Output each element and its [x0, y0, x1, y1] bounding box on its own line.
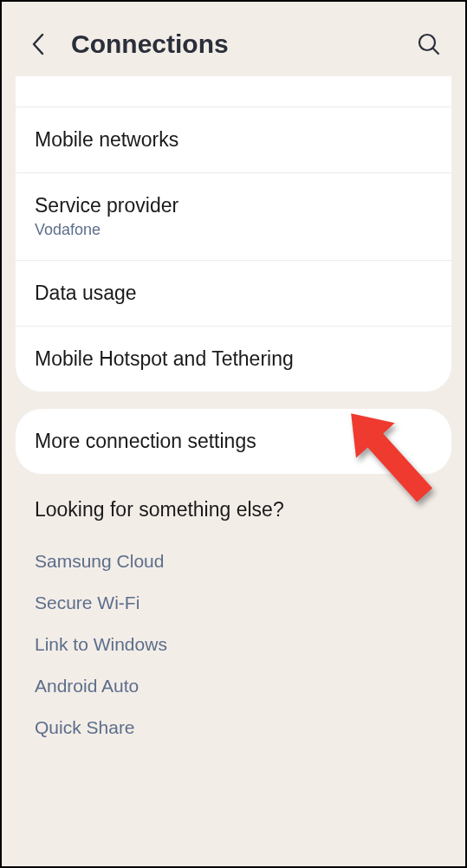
link-secure-wifi[interactable]: Secure Wi-Fi	[35, 582, 432, 624]
suggestions-section: Looking for something else? Samsung Clou…	[16, 474, 451, 757]
row-service-provider[interactable]: Service provider Vodafone	[16, 173, 451, 261]
row-title: Mobile networks	[35, 128, 432, 152]
page-title: Connections	[71, 29, 415, 59]
connections-list-card: Mobile networks Service provider Vodafon…	[16, 76, 451, 392]
chevron-left-icon	[30, 32, 46, 56]
search-button[interactable]	[415, 30, 443, 58]
link-link-to-windows[interactable]: Link to Windows	[35, 624, 432, 665]
link-quick-share[interactable]: Quick Share	[35, 707, 432, 748]
more-settings-card: More connection settings	[16, 409, 451, 474]
search-icon	[417, 32, 441, 56]
header: Connections	[2, 2, 465, 76]
spacer	[2, 392, 465, 409]
row-title: Mobile Hotspot and Tethering	[35, 347, 432, 371]
row-subtitle: Vodafone	[35, 221, 432, 239]
row-data-usage[interactable]: Data usage	[16, 261, 451, 327]
list-cutoff	[16, 76, 451, 107]
link-android-auto[interactable]: Android Auto	[35, 665, 432, 707]
svg-line-1	[433, 49, 438, 54]
row-title: More connection settings	[35, 430, 432, 453]
row-mobile-networks[interactable]: Mobile networks	[16, 107, 451, 173]
row-title: Service provider	[35, 194, 432, 217]
link-samsung-cloud[interactable]: Samsung Cloud	[35, 541, 432, 582]
row-more-connection-settings[interactable]: More connection settings	[16, 409, 451, 474]
row-mobile-hotspot-tethering[interactable]: Mobile Hotspot and Tethering	[16, 327, 451, 392]
row-title: Data usage	[35, 282, 432, 305]
suggestions-heading: Looking for something else?	[35, 498, 432, 521]
back-button[interactable]	[24, 30, 52, 58]
